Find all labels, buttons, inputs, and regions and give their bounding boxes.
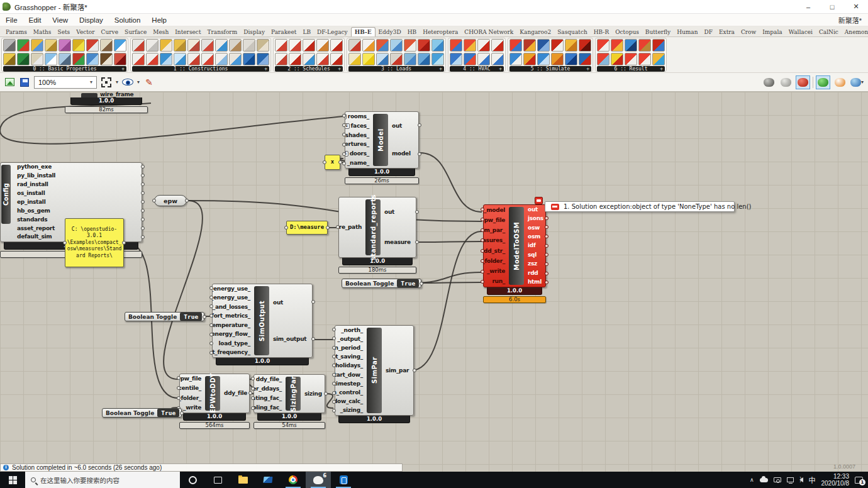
zoom-select[interactable]: 100% ▾ bbox=[34, 76, 97, 89]
port-faces[interactable]: ↓faces_ bbox=[345, 123, 369, 129]
toolbar-icon[interactable] bbox=[565, 53, 577, 65]
cortana-button[interactable] bbox=[180, 472, 205, 488]
toolbar-icon[interactable] bbox=[330, 39, 343, 52]
toolbar-icon[interactable] bbox=[348, 53, 361, 65]
toolbar-icon[interactable] bbox=[611, 39, 623, 52]
port-rooms[interactable]: ↓rooms_ bbox=[345, 114, 369, 119]
port-sim-output[interactable]: sim_output bbox=[273, 336, 306, 342]
toolbar-icon[interactable] bbox=[45, 53, 57, 65]
toolbar-icon[interactable] bbox=[275, 39, 287, 52]
component-name[interactable]: SimPar bbox=[367, 328, 382, 413]
menu-display[interactable]: Display bbox=[74, 16, 109, 24]
epw-param[interactable]: epw bbox=[154, 195, 187, 206]
input-nub[interactable] bbox=[284, 226, 288, 230]
tab-heteroptera[interactable]: Heteroptera bbox=[420, 28, 461, 36]
toolbar-icon[interactable] bbox=[348, 39, 361, 52]
toolbar-icon[interactable] bbox=[31, 39, 43, 52]
component-name[interactable]: SimOutput bbox=[254, 286, 269, 355]
input-nub[interactable] bbox=[209, 286, 213, 290]
toolbar-icon[interactable] bbox=[215, 53, 228, 65]
open-file-button[interactable] bbox=[4, 77, 15, 88]
toolbar-icon[interactable] bbox=[597, 39, 609, 52]
network-icon[interactable] bbox=[787, 477, 794, 482]
output-nub[interactable] bbox=[122, 241, 126, 245]
output-nub[interactable] bbox=[418, 123, 421, 127]
toolbar-icon[interactable] bbox=[316, 39, 329, 52]
toolbar-icon[interactable] bbox=[579, 39, 591, 52]
toolbar-icon[interactable] bbox=[289, 39, 301, 52]
port-idf[interactable]: idf bbox=[528, 243, 536, 248]
input-nub[interactable] bbox=[481, 270, 484, 274]
toolbar-icon[interactable] bbox=[17, 39, 30, 52]
tab-vector[interactable]: Vector bbox=[73, 28, 97, 36]
taskbar-search[interactable]: 在这里输入你要搜索的内容 bbox=[25, 472, 180, 488]
chevron-down-icon[interactable]: ▾ bbox=[116, 79, 118, 85]
toolbar-icon[interactable] bbox=[86, 39, 99, 52]
output-nub[interactable] bbox=[203, 315, 206, 319]
toolbar-icon[interactable] bbox=[625, 39, 637, 52]
port-comfort-metrics[interactable]: comfort_metrics_ bbox=[213, 313, 250, 319]
port-shadow-calc[interactable]: _shadow_calc_ bbox=[335, 399, 363, 404]
tab-calnic[interactable]: CalNic bbox=[816, 28, 842, 36]
close-button[interactable]: ✕ bbox=[844, 0, 868, 14]
port-out[interactable]: out bbox=[528, 207, 538, 213]
menu-solution[interactable]: Solution bbox=[109, 16, 147, 24]
component-body[interactable]: ddy_file_filter_ddays__heating_fac__cool… bbox=[253, 374, 325, 413]
output-nub[interactable] bbox=[545, 253, 548, 257]
port-sim-control[interactable]: _sim_control_ bbox=[335, 390, 363, 396]
component-model[interactable]: ↓rooms_↓faces_↓shades_↓apertures_↓doors_… bbox=[345, 111, 419, 184]
tab-maths[interactable]: Maths bbox=[30, 28, 55, 36]
toolbar-icon[interactable] bbox=[565, 39, 577, 52]
tab-anemone[interactable]: Anemone bbox=[842, 28, 868, 36]
toolbar-icon[interactable] bbox=[58, 39, 71, 52]
port-write[interactable]: _write bbox=[183, 405, 201, 411]
component-body[interactable]: _epw_file_percentile__folder__writeEPWto… bbox=[179, 374, 250, 413]
port-out[interactable]: out bbox=[273, 300, 283, 306]
toolbar-group-expand[interactable]: + bbox=[338, 66, 341, 72]
tab-butterfly[interactable]: Butterfly bbox=[642, 28, 674, 36]
port-output[interactable]: _output_ bbox=[337, 336, 363, 342]
port-standards[interactable]: standards bbox=[17, 217, 47, 223]
port-shades[interactable]: ↓shades_ bbox=[345, 133, 369, 138]
volume-icon[interactable] bbox=[799, 477, 803, 482]
input-nub[interactable] bbox=[63, 241, 67, 245]
component-body[interactable]: zone_energy_use_hvac_energy_use_gains_an… bbox=[212, 284, 313, 358]
output-nub[interactable] bbox=[545, 235, 548, 238]
toolbar-icon[interactable] bbox=[431, 53, 444, 65]
component-model-to-osm[interactable]: _model_epw_file_sim_par_measures_add_str… bbox=[483, 204, 546, 303]
toolbar-icon[interactable] bbox=[201, 39, 214, 52]
component-body[interactable]: ↓rooms_↓faces_↓shades_↓apertures_↓doors_… bbox=[345, 111, 419, 169]
output-nub[interactable] bbox=[141, 174, 145, 177]
component-sim-par[interactable]: _north__output__run_period_daylight_savi… bbox=[335, 325, 414, 423]
preview-material-button[interactable] bbox=[833, 75, 847, 89]
chevron-down-icon[interactable]: ▾ bbox=[137, 79, 140, 85]
tab-sasquatch[interactable]: Sasquatch bbox=[554, 28, 591, 36]
toolbar-group-expand[interactable]: + bbox=[121, 66, 125, 72]
toolbar-icon[interactable] bbox=[431, 39, 444, 52]
tab-impala[interactable]: Impala bbox=[759, 28, 785, 36]
toolbar-icon[interactable] bbox=[477, 53, 490, 65]
toolbar-icon[interactable] bbox=[174, 39, 186, 52]
port-surface-temperature[interactable]: surface_temperature_ bbox=[213, 323, 250, 328]
component-sizing-par[interactable]: ddy_file_filter_ddays__heating_fac__cool… bbox=[253, 374, 325, 429]
tab-hb-e[interactable]: HB-E bbox=[351, 27, 376, 37]
toolbar-icon[interactable] bbox=[537, 53, 550, 65]
port-hb-os-gem[interactable]: hb_os_gem bbox=[17, 208, 50, 214]
toolbar-icon[interactable] bbox=[45, 39, 57, 52]
output-nub[interactable] bbox=[141, 209, 145, 213]
input-nub[interactable] bbox=[481, 208, 484, 211]
port-daylight-saving[interactable]: daylight_saving_ bbox=[335, 354, 363, 360]
tab-chora-network[interactable]: CHORA Network bbox=[461, 28, 516, 36]
canvas[interactable]: wire_frame 1.0.0 82ms i Solution complet… bbox=[0, 92, 868, 472]
output-nub[interactable] bbox=[248, 391, 252, 395]
component-standard-reports[interactable]: _measure_pathstandard_reportsoutmeasure1… bbox=[338, 197, 416, 274]
toolbar-icon[interactable] bbox=[132, 53, 145, 65]
toolbar-group-expand[interactable]: + bbox=[586, 66, 589, 72]
port-asset-report[interactable]: asset_report bbox=[17, 226, 55, 231]
toolbar-icon[interactable] bbox=[477, 39, 490, 52]
port-sim-par[interactable]: sim_par bbox=[386, 368, 409, 374]
error-corner-icon[interactable] bbox=[535, 197, 543, 204]
toolbar-icon[interactable] bbox=[450, 53, 462, 65]
port-model[interactable]: model bbox=[392, 151, 411, 157]
toolbar-icon[interactable] bbox=[523, 53, 536, 65]
